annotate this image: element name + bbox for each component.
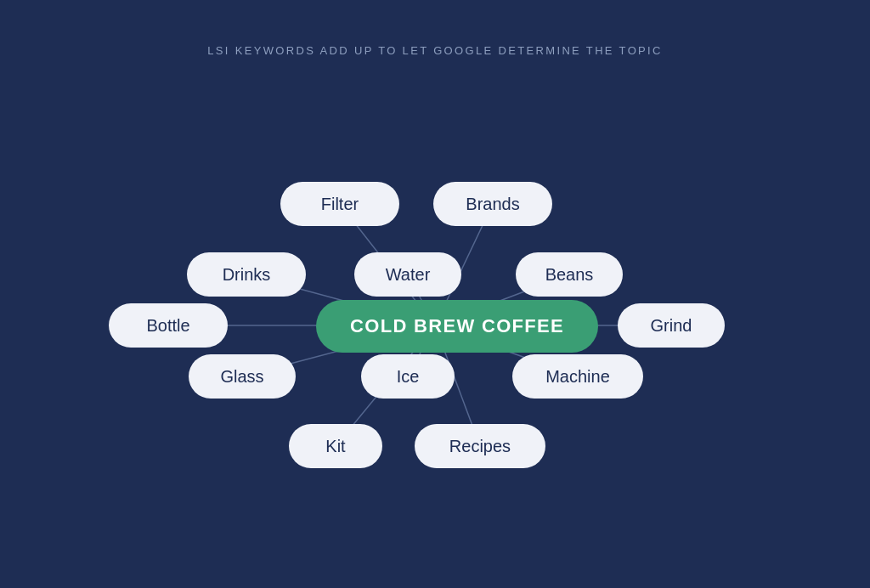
subtitle-text: LSI KEYWORDS ADD UP TO LET GOOGLE DETERM… (0, 44, 870, 57)
node-machine: Machine (512, 354, 643, 399)
node-kit: Kit (289, 424, 382, 468)
node-grind: Grind (618, 303, 725, 348)
node-recipes: Recipes (415, 424, 545, 468)
page-container: LSI KEYWORDS ADD UP TO LET GOOGLE DETERM… (0, 0, 870, 588)
node-ice: Ice (361, 354, 455, 399)
node-beans: Beans (516, 252, 623, 297)
diagram-area: COLD BREW COFFEEFilterBrandsDrinksWaterB… (0, 93, 870, 588)
node-brands: Brands (433, 182, 552, 226)
node-water: Water (354, 252, 461, 297)
node-drinks: Drinks (187, 252, 306, 297)
center-node: COLD BREW COFFEE (316, 300, 598, 353)
node-filter: Filter (280, 182, 399, 226)
node-bottle: Bottle (109, 303, 228, 348)
node-glass: Glass (189, 354, 296, 399)
